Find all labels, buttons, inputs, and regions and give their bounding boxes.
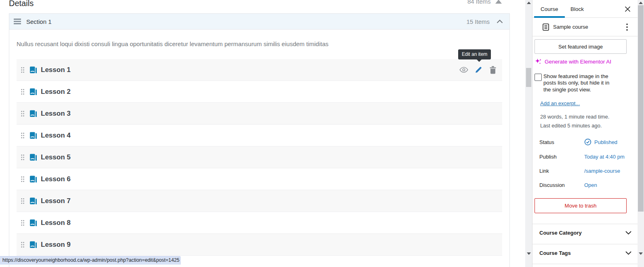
publish-value[interactable]: Today at 4:40 pm: [584, 154, 625, 160]
scrollbar-thumb[interactable]: [526, 68, 531, 87]
divider: [532, 264, 638, 264]
lesson-book-icon: [29, 110, 37, 118]
drag-handle-icon[interactable]: [21, 242, 25, 248]
lesson-row[interactable]: Lesson 1: [17, 59, 502, 81]
discussion-row: Discussion Open: [539, 182, 632, 188]
scrollbar-thumb[interactable]: [638, 5, 644, 212]
link-row: Link /sample-course: [539, 168, 632, 174]
section-container: Section 1 15 Items Nullus recusant loqui…: [9, 13, 510, 267]
section-items-count: 15 Items: [466, 18, 490, 25]
drag-handle-icon[interactable]: [21, 198, 25, 204]
scroll-down-icon[interactable]: [639, 252, 643, 255]
section-header[interactable]: Section 1 15 Items: [9, 14, 509, 30]
checkbox-label: Show featured image in the posts lists o…: [543, 73, 615, 93]
content-scrollbar[interactable]: [525, 0, 532, 267]
edit-pencil-icon[interactable]: [474, 66, 483, 74]
section-title: Section 1: [26, 18, 52, 25]
link-label: Link: [539, 168, 584, 174]
panel-course-tags[interactable]: Course Tags: [539, 250, 631, 256]
lesson-book-icon: [29, 175, 37, 183]
lesson-row[interactable]: Lesson 7: [17, 190, 502, 212]
section-description: Nullus recusant loqui dixisti consuli li…: [17, 40, 502, 47]
lesson-label: Lesson 1: [41, 66, 71, 74]
divider: [532, 244, 638, 244]
lesson-label: Lesson 8: [41, 219, 71, 227]
post-summary-card: Sample course: [532, 18, 638, 36]
lesson-label: Lesson 3: [41, 110, 71, 118]
ai-link-label: Generate with Elementor AI: [545, 59, 611, 65]
drag-handle-icon[interactable]: [21, 176, 25, 182]
featured-image-checkbox-row: Show featured image in the posts lists o…: [535, 73, 625, 93]
post-title: Sample course: [553, 24, 588, 30]
kebab-menu-icon[interactable]: [622, 22, 632, 32]
total-items-count: 84 Items: [467, 0, 502, 5]
browser-scrollbar[interactable]: [638, 0, 644, 267]
drag-hamburger-icon[interactable]: [14, 19, 21, 24]
add-excerpt-link[interactable]: Add an excerpt...: [540, 100, 580, 106]
lesson-label: Lesson 4: [41, 131, 71, 140]
published-check-icon: [584, 138, 591, 146]
settings-sidebar: Course Block Sample course Set featured …: [532, 0, 638, 267]
lesson-book-icon: [29, 88, 37, 96]
lesson-book-icon: [29, 241, 37, 249]
browser-status-url: https://discoveryourneighborhood.ca/wp-a…: [0, 256, 181, 265]
view-eye-icon[interactable]: [459, 66, 468, 74]
publish-label: Publish: [539, 154, 584, 160]
lesson-row[interactable]: Lesson 8: [17, 212, 502, 234]
lesson-label: Lesson 9: [41, 241, 71, 249]
lesson-actions: [459, 66, 497, 74]
lesson-label: Lesson 2: [41, 88, 71, 96]
link-value[interactable]: /sample-course: [584, 168, 620, 174]
lesson-row[interactable]: Lesson 6: [17, 168, 502, 190]
drag-handle-icon[interactable]: [21, 67, 25, 73]
delete-trash-icon[interactable]: [488, 66, 497, 74]
lesson-row[interactable]: Lesson 2: [17, 81, 502, 103]
drag-handle-icon[interactable]: [21, 154, 25, 161]
lesson-row[interactable]: Lesson 3: [17, 103, 502, 125]
lesson-list: Lesson 1: [17, 59, 502, 256]
lesson-row[interactable]: Lesson 9: [17, 234, 502, 256]
chevron-up-icon[interactable]: [497, 19, 503, 23]
tab-course[interactable]: Course: [534, 0, 565, 18]
lesson-book-icon: [29, 153, 37, 161]
generate-with-elementor-ai-link[interactable]: Generate with Elementor AI: [535, 58, 611, 65]
close-sidebar-button[interactable]: [623, 4, 632, 14]
document-icon: [543, 23, 549, 31]
discussion-label: Discussion: [539, 182, 584, 188]
status-label: Status: [539, 139, 584, 145]
page-title: Details: [9, 0, 34, 8]
collapse-all-icon[interactable]: [495, 0, 502, 4]
move-to-trash-button[interactable]: Move to trash: [535, 198, 627, 213]
drag-handle-icon[interactable]: [21, 220, 25, 226]
tooltip: Edit an item: [458, 49, 491, 59]
set-featured-image-button[interactable]: Set featured image: [535, 39, 627, 54]
lesson-book-icon: [29, 131, 37, 140]
panel-course-category[interactable]: Course Category: [539, 230, 631, 236]
lesson-book-icon: [29, 219, 37, 227]
show-featured-image-checkbox[interactable]: [535, 74, 542, 81]
discussion-value[interactable]: Open: [584, 182, 597, 188]
status-row: Status Published: [539, 138, 632, 146]
lesson-row[interactable]: Lesson 4: [17, 125, 502, 146]
lesson-book-icon: [29, 197, 37, 205]
publish-row: Publish Today at 4:40 pm: [539, 154, 632, 160]
lesson-label: Lesson 5: [41, 153, 71, 161]
lesson-row[interactable]: Lesson 5: [17, 146, 502, 168]
last-edited-text: Last edited 5 minutes ago.: [540, 123, 602, 129]
sidebar-tabs: Course Block: [532, 0, 638, 18]
total-items-label: 84 Items: [467, 0, 491, 5]
drag-handle-icon[interactable]: [21, 132, 25, 139]
status-value[interactable]: Published: [584, 138, 617, 146]
chevron-down-icon: [625, 231, 631, 235]
scroll-up-icon[interactable]: [527, 2, 531, 4]
lesson-book-icon: [29, 66, 37, 74]
divider: [532, 224, 638, 224]
drag-handle-icon[interactable]: [21, 110, 25, 117]
scroll-down-icon[interactable]: [527, 252, 531, 255]
lesson-label: Lesson 6: [41, 175, 71, 183]
word-count-text: 28 words, 1 minute read time.: [540, 114, 609, 120]
tab-block[interactable]: Block: [564, 0, 590, 18]
scroll-up-icon[interactable]: [639, 2, 643, 4]
lesson-label: Lesson 7: [41, 197, 71, 205]
drag-handle-icon[interactable]: [21, 89, 25, 95]
